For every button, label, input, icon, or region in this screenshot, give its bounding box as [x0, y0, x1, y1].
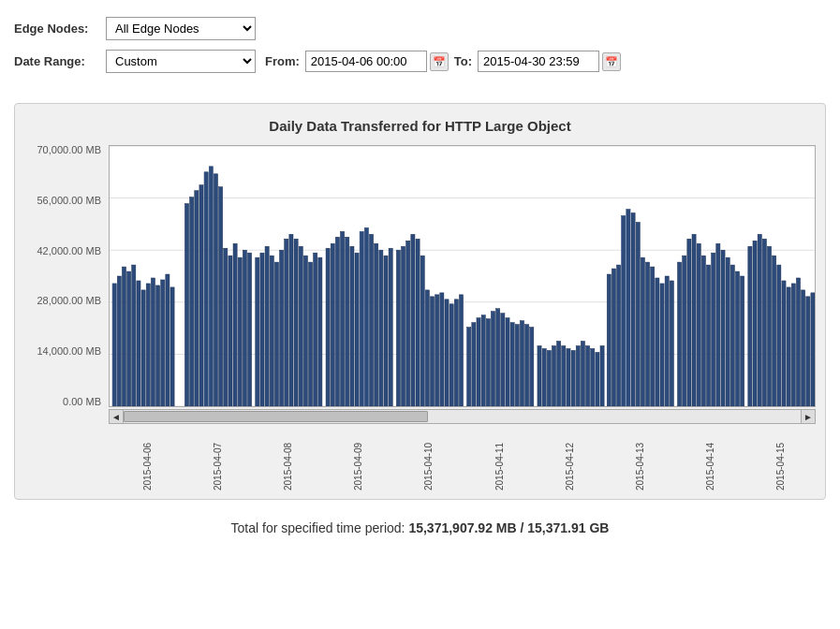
x-label-1: 2015-04-07	[213, 430, 223, 490]
svg-rect-53	[355, 253, 359, 406]
x-label-2: 2015-04-08	[283, 430, 293, 490]
chart-title: Daily Data Transferred for HTTP Large Ob…	[24, 118, 816, 134]
svg-rect-78	[481, 315, 485, 406]
svg-rect-141	[796, 278, 800, 406]
svg-rect-116	[670, 281, 673, 406]
x-label-0: 2015-04-06	[142, 430, 153, 490]
date-range-row: Date Range: CustomLast 7 DaysLast 30 Day…	[14, 50, 826, 73]
svg-rect-21	[195, 191, 199, 406]
scrollbar-thumb[interactable]	[124, 411, 428, 422]
svg-rect-105	[617, 265, 621, 406]
svg-rect-124	[712, 253, 715, 406]
y-label-3: 28,000.00 MB	[37, 296, 102, 306]
svg-rect-10	[132, 265, 136, 406]
svg-rect-31	[243, 250, 246, 406]
svg-rect-11	[137, 281, 140, 406]
svg-rect-138	[782, 281, 786, 406]
svg-rect-67	[425, 290, 429, 406]
x-label-8: 2015-04-14	[705, 430, 715, 490]
svg-rect-32	[248, 253, 252, 406]
svg-rect-103	[607, 274, 611, 406]
svg-rect-44	[308, 262, 312, 406]
svg-rect-86	[520, 321, 523, 406]
y-label-4: 14,000.00 MB	[37, 346, 102, 357]
svg-rect-26	[219, 187, 223, 406]
scrollbar-row: ◄ ►	[109, 409, 816, 424]
svg-rect-134	[762, 239, 766, 406]
svg-rect-45	[314, 253, 317, 406]
svg-rect-130	[741, 276, 744, 406]
svg-rect-109	[636, 222, 640, 406]
svg-rect-129	[735, 271, 739, 406]
svg-rect-70	[440, 293, 444, 406]
scrollbar-track[interactable]	[124, 409, 801, 424]
scroll-left-button[interactable]: ◄	[109, 409, 124, 424]
svg-rect-72	[449, 304, 453, 406]
chart-body: ◄ ► 2015-04-06 2015-04-07 2015-04-08 201…	[109, 145, 816, 490]
edge-nodes-select[interactable]: All Edge NodesNode 1Node 2	[106, 17, 256, 40]
svg-rect-76	[472, 323, 476, 406]
edge-nodes-row: Edge Nodes: All Edge NodesNode 1Node 2	[14, 17, 826, 40]
svg-rect-47	[326, 248, 330, 406]
svg-rect-136	[773, 256, 776, 406]
svg-rect-114	[660, 284, 664, 406]
svg-rect-115	[665, 276, 669, 406]
svg-rect-137	[777, 265, 781, 406]
svg-rect-80	[491, 312, 494, 406]
svg-rect-27	[224, 248, 228, 406]
x-label-4: 2015-04-10	[423, 430, 434, 490]
svg-rect-18	[170, 287, 174, 406]
x-label-7: 2015-04-13	[635, 430, 645, 490]
total-label: Total for specified time period:	[231, 520, 405, 535]
svg-rect-119	[687, 239, 691, 406]
svg-rect-57	[375, 243, 378, 406]
svg-rect-68	[430, 297, 434, 406]
svg-rect-30	[238, 257, 242, 406]
svg-rect-121	[697, 243, 700, 406]
svg-rect-122	[701, 256, 705, 406]
svg-rect-108	[631, 212, 635, 406]
svg-rect-118	[683, 256, 686, 406]
svg-rect-77	[477, 318, 480, 406]
from-calendar-icon[interactable]: 📅	[430, 52, 449, 71]
chart-svg	[110, 146, 815, 406]
svg-rect-93	[557, 342, 561, 407]
svg-rect-95	[567, 348, 570, 406]
svg-rect-46	[318, 257, 322, 406]
svg-rect-9	[127, 271, 131, 406]
svg-rect-50	[341, 231, 345, 406]
svg-rect-15	[156, 285, 160, 406]
svg-rect-110	[641, 257, 644, 406]
svg-rect-85	[515, 325, 519, 406]
to-date-input[interactable]	[478, 51, 599, 72]
y-label-5: 0.00 MB	[63, 397, 101, 407]
svg-rect-36	[270, 256, 273, 406]
svg-rect-33	[256, 257, 259, 406]
svg-rect-23	[204, 172, 208, 406]
date-range-label: Date Range:	[14, 54, 98, 68]
svg-rect-71	[445, 300, 449, 406]
scroll-right-button[interactable]: ►	[801, 409, 816, 424]
svg-rect-60	[389, 248, 392, 406]
x-label-5: 2015-04-11	[494, 430, 505, 490]
svg-rect-43	[303, 256, 307, 406]
svg-rect-34	[260, 253, 264, 406]
from-date-input[interactable]	[305, 51, 427, 72]
svg-rect-132	[753, 241, 757, 406]
edge-nodes-label: Edge Nodes:	[14, 22, 98, 36]
svg-rect-90	[542, 348, 546, 406]
svg-rect-7	[117, 276, 121, 406]
date-range-select[interactable]: CustomLast 7 DaysLast 30 DaysLast 90 Day…	[106, 50, 256, 73]
svg-rect-75	[467, 328, 471, 406]
svg-rect-49	[335, 237, 339, 406]
svg-rect-133	[758, 234, 761, 406]
svg-rect-17	[166, 274, 169, 406]
svg-rect-123	[706, 265, 710, 406]
to-calendar-icon[interactable]: 📅	[602, 52, 621, 71]
svg-rect-107	[626, 210, 630, 406]
svg-rect-106	[622, 215, 626, 406]
y-label-0: 70,000.00 MB	[37, 145, 102, 155]
svg-rect-128	[730, 265, 734, 406]
svg-rect-74	[459, 295, 463, 406]
to-label: To:	[454, 54, 472, 68]
